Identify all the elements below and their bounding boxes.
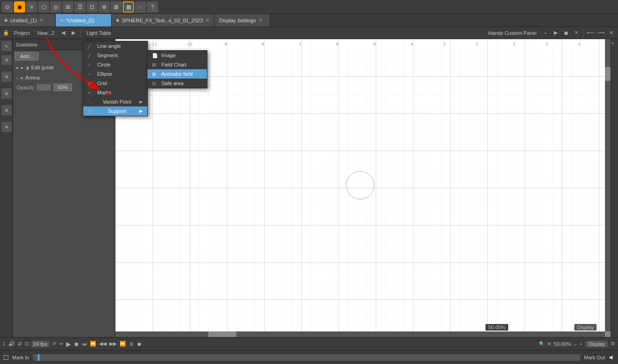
fps-display: 24 fps <box>32 341 49 347</box>
tab-close-1[interactable]: ✕ <box>40 18 43 23</box>
menu-support[interactable]: ⊡ Support ▶ <box>83 106 147 116</box>
sidebar-tool-6[interactable]: ✕ <box>1 122 12 132</box>
menu-ellipse-label: Ellipse <box>97 71 112 77</box>
submenu-image[interactable]: 📄 Image <box>147 51 207 60</box>
field-chart-icon: ⊞ <box>152 62 159 67</box>
svg-text:7: 7 <box>299 42 301 46</box>
sidebar-tool-2[interactable]: ✕ <box>1 55 12 65</box>
right-sidebar: ≡ <box>611 39 618 337</box>
skip-back[interactable]: ⏮ <box>82 341 87 347</box>
menu-marks[interactable]: + Marks <box>83 88 147 97</box>
sidebar-tool-5[interactable]: ✕ <box>1 105 12 115</box>
arrows-icon[interactable]: ⇔ <box>59 341 63 347</box>
speaker-icon[interactable]: 🔊 <box>8 341 15 347</box>
eye-icon-2[interactable]: ● <box>20 65 23 70</box>
submenu-safe-area[interactable]: ⊡ Safe area <box>147 79 207 88</box>
eye-icon-3[interactable]: ◑ <box>25 65 29 70</box>
frame-forward[interactable]: ▶▶ <box>109 341 117 347</box>
menu-ellipse[interactable]: ○ Ellipse <box>83 69 147 79</box>
timeline-track[interactable] <box>33 354 580 361</box>
opacity-value[interactable]: 50% <box>53 84 72 91</box>
submenu-field-chart[interactable]: ⊞ Field Chart <box>147 60 207 69</box>
zoom-in[interactable]: ⟶ <box>597 29 605 37</box>
zoom-reset[interactable]: ⊕ <box>547 341 551 346</box>
sidebar-tool-1[interactable]: ↖ <box>1 41 12 51</box>
svg-text:9: 9 <box>225 42 227 46</box>
stop-button[interactable]: ⏹ <box>74 341 79 347</box>
sep2 <box>583 29 584 37</box>
pause-btn[interactable]: ⏸ <box>129 341 134 347</box>
tab-untitled-1[interactable]: Untitled_(1) ✕ <box>0 14 56 26</box>
tab-close-3[interactable]: ✕ <box>206 18 209 23</box>
right-tool-1[interactable]: ≡ <box>611 41 618 47</box>
toolbar-icon-7[interactable]: ☰ <box>74 1 86 13</box>
tab-untitled-2[interactable]: *Untitled_(2) ✕ <box>56 14 112 26</box>
handy-dot: • <box>541 29 550 37</box>
tab-sphere[interactable]: SPHERE_FX_Test...e_02_01_2023 ✕ <box>112 14 214 26</box>
toolbar-icon-10[interactable]: ⊠ <box>111 1 122 13</box>
handy-close[interactable]: ✕ <box>572 29 580 37</box>
eye-icon-4[interactable]: ○ <box>16 75 19 80</box>
tab-display-settings[interactable]: Display Settings ✕ <box>214 14 270 26</box>
menu-circle-label: Circle <box>97 62 110 67</box>
mark-in-label: Mark In <box>12 355 29 360</box>
svg-text:3: 3 <box>545 42 548 46</box>
toolbar-icon-4[interactable]: ⬡ <box>38 1 49 13</box>
tab-close-2[interactable]: ✕ <box>97 18 101 23</box>
frame-forward-forward[interactable]: ⏩ <box>120 341 126 347</box>
handy-play[interactable]: ▶ <box>552 29 560 37</box>
timeline-expand[interactable] <box>4 355 8 360</box>
toolbar-icon-3[interactable]: ≡ <box>26 1 37 13</box>
animator-field-icon: ⊞ <box>152 72 159 77</box>
toolbar-icon-6[interactable]: ⊞ <box>62 1 73 13</box>
frame-back[interactable]: ◀◀ <box>99 341 106 347</box>
timeline-nav-btn[interactable]: ◀ <box>609 354 614 360</box>
toolbar-icon-8[interactable]: ⊡ <box>86 1 98 13</box>
sidebar-tool-3[interactable]: ✕ <box>1 72 12 82</box>
menu-vanish-point[interactable]: ⋱ Vanish Point ▶ <box>83 97 147 106</box>
svg-text:4: 4 <box>411 42 413 46</box>
menu-line-angle[interactable]: ╱ Line angle <box>83 41 147 51</box>
submenu-animator-field[interactable]: ⊞ Animator field <box>147 69 207 79</box>
display-button[interactable]: Display <box>574 324 597 331</box>
project-label: Project <box>11 30 33 36</box>
frame-back-back[interactable]: ⏪ <box>90 341 96 347</box>
toolbar-icon-help[interactable]: ? <box>147 1 158 13</box>
menu-segment[interactable]: ╱ Segment <box>83 51 147 60</box>
scrollbar-horizontal[interactable] <box>115 331 605 337</box>
scrollbar-vertical[interactable] <box>605 39 611 331</box>
add-button[interactable]: Add... <box>15 52 39 60</box>
second-toolbar: 🔒 Project New...2 ◀ ▶ Light Table Handy … <box>0 27 618 39</box>
next-btn[interactable]: ▶ <box>69 29 78 37</box>
display-btn-bottom[interactable]: Display <box>585 341 608 347</box>
close-btn2[interactable]: ✕ <box>607 29 615 37</box>
eye-icon-5[interactable]: ● <box>20 75 23 80</box>
toolbar-icon-5[interactable]: ◎ <box>50 1 61 13</box>
toolbar-icon-2[interactable]: ◉ <box>14 1 25 13</box>
sidebar-tool-4[interactable]: ✕ <box>1 88 12 99</box>
eye-icon-1[interactable]: ● <box>16 65 19 70</box>
menu-grid[interactable]: ⊞ Grid <box>83 79 147 88</box>
toolbar-icon-9[interactable]: ⊕ <box>99 1 110 13</box>
tab-dot-3 <box>116 19 119 22</box>
toolbar-icon-1[interactable]: ⊙ <box>2 1 13 13</box>
handy-stop[interactable]: ⏹ <box>562 29 570 37</box>
zoom-increase[interactable]: + <box>579 341 582 347</box>
resize-icon[interactable]: ⊡ <box>25 341 29 347</box>
zoom-out[interactable]: ⟵ <box>586 29 595 37</box>
play-button[interactable]: ▶ <box>66 340 71 348</box>
loop-icon[interactable]: ⟳ <box>52 341 56 347</box>
safe-area-icon: ⊡ <box>152 81 159 86</box>
zoom-decrease[interactable]: – <box>574 341 577 347</box>
zoom-icon: 🔍 <box>539 341 545 346</box>
menu-circle[interactable]: ○ Circle <box>83 60 147 69</box>
mark-out-label: Mark Out <box>584 355 605 360</box>
record-btn[interactable]: ⏺ <box>137 341 142 347</box>
tab-close-4[interactable]: ✕ <box>259 18 262 23</box>
toolbar-icon-12[interactable]: ⟋ <box>135 1 146 13</box>
settings-icon[interactable]: ⚙ <box>611 341 615 347</box>
prev-btn[interactable]: ◀ <box>59 29 67 37</box>
support-icon: ⊡ <box>88 109 94 114</box>
toolbar-icon-11[interactable]: ▦ <box>123 1 134 13</box>
swap-icon[interactable]: ⇄ <box>18 341 22 347</box>
